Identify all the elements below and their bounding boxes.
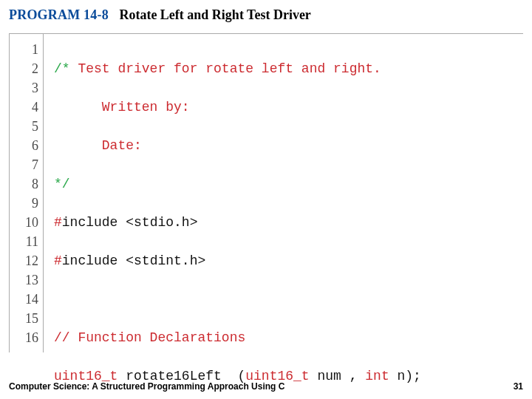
line-number: 2 [10, 59, 38, 78]
line-number: 15 [10, 309, 38, 328]
token-plain: include <stdio.h> [62, 215, 198, 230]
line-number: 13 [10, 270, 38, 290]
slide-header: PROGRAM 14-8 Rotate Left and Right Test … [0, 0, 532, 27]
token-comment-delim: /* [54, 61, 78, 76]
code-line: #include <stdint.h> [54, 251, 516, 270]
line-number: 5 [10, 117, 38, 136]
line-number: 1 [10, 40, 38, 59]
line-number: 3 [10, 78, 38, 98]
line-number: 6 [10, 136, 38, 155]
page-number: 31 [514, 381, 523, 392]
program-label: PROGRAM 14-8 [9, 7, 109, 22]
line-number: 16 [10, 328, 38, 347]
line-number: 9 [10, 194, 38, 213]
token-comment-text: Test driver for rotate left and right. [78, 61, 381, 76]
code-line: Written by: [54, 98, 516, 117]
code-line: /* Test driver for rotate left and right… [54, 59, 516, 78]
code-body: /* Test driver for rotate left and right… [44, 34, 523, 352]
token-plain: include <stdint.h> [62, 253, 205, 268]
token-hash: # [54, 253, 62, 268]
line-number: 10 [10, 213, 38, 232]
code-line: // Function Declarations [54, 328, 516, 347]
token-hash: # [54, 215, 62, 230]
line-number: 8 [10, 174, 38, 194]
footer-text: Computer Science: A Structured Programmi… [9, 381, 284, 392]
code-line-blank [54, 290, 516, 309]
line-number: 14 [10, 290, 38, 309]
code-line: #include <stdio.h> [54, 213, 516, 232]
code-listing: 1 2 3 4 5 6 7 8 9 10 11 12 13 14 15 16 /… [9, 33, 523, 352]
slide-footer: Computer Science: A Structured Programmi… [9, 381, 523, 392]
line-number-gutter: 1 2 3 4 5 6 7 8 9 10 11 12 13 14 15 16 [10, 34, 44, 352]
line-number: 12 [10, 251, 38, 270]
line-number: 11 [10, 232, 38, 251]
line-number: 4 [10, 98, 38, 117]
code-line: */ [54, 174, 516, 194]
code-line: Date: [54, 136, 516, 155]
line-number: 7 [10, 155, 38, 174]
program-title: Rotate Left and Right Test Driver [119, 7, 310, 22]
